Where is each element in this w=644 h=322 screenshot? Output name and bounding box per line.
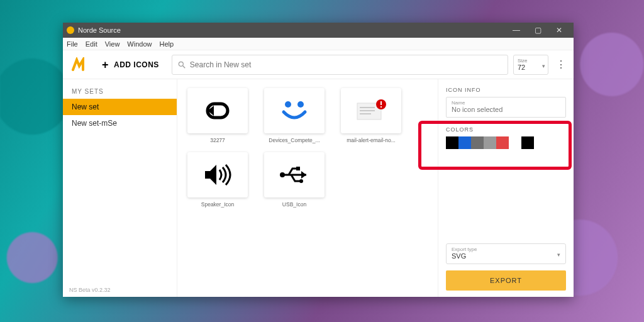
size-label: Size bbox=[518, 58, 544, 64]
color-swatch[interactable] bbox=[521, 136, 534, 149]
close-button[interactable]: ✕ bbox=[548, 26, 570, 35]
menu-view[interactable]: View bbox=[105, 40, 120, 48]
info-panel: ICON INFO Name No icon selected COLORS E… bbox=[438, 79, 574, 297]
colors-heading: COLORS bbox=[446, 126, 566, 133]
usb-icon bbox=[279, 165, 310, 185]
maximize-button[interactable]: ▢ bbox=[527, 26, 548, 35]
chevron-down-icon: ▾ bbox=[542, 63, 545, 69]
overflow-menu-button[interactable]: ⋮ bbox=[553, 58, 569, 70]
version-label: NS Beta v0.2.32 bbox=[63, 283, 177, 297]
titlebar: Norde Source — ▢ ✕ bbox=[63, 23, 574, 38]
window-title: Norde Source bbox=[78, 26, 121, 34]
mail-alert-icon bbox=[353, 98, 389, 123]
icon-grid: 32277 Devices_Compete_... bbox=[177, 79, 438, 297]
menu-window[interactable]: Window bbox=[127, 40, 152, 48]
search-input[interactable] bbox=[190, 60, 502, 69]
svg-rect-17 bbox=[296, 167, 300, 170]
smile-icon bbox=[279, 98, 310, 123]
icon-tile-speaker[interactable] bbox=[187, 152, 248, 197]
menu-file[interactable]: File bbox=[67, 40, 78, 48]
svg-rect-11 bbox=[380, 101, 382, 105]
color-swatch[interactable] bbox=[458, 136, 471, 149]
color-swatch bbox=[509, 136, 521, 149]
icon-caption: Devices_Compete_... bbox=[269, 137, 319, 143]
color-swatch[interactable] bbox=[446, 136, 458, 149]
icon-info-heading: ICON INFO bbox=[446, 87, 566, 93]
svg-point-18 bbox=[299, 179, 303, 183]
icon-tile-devices[interactable] bbox=[264, 88, 325, 133]
search-icon bbox=[177, 60, 186, 69]
color-swatch[interactable] bbox=[484, 136, 496, 149]
reload-icon bbox=[204, 100, 231, 121]
menubar: File Edit View Window Help bbox=[63, 38, 574, 50]
menu-edit[interactable]: Edit bbox=[86, 40, 97, 48]
brand-icon bbox=[70, 57, 86, 72]
add-icons-button[interactable]: + ADD ICONS bbox=[94, 55, 167, 75]
color-swatch[interactable] bbox=[496, 136, 509, 149]
svg-line-1 bbox=[183, 65, 186, 68]
svg-point-5 bbox=[297, 101, 304, 108]
icon-tile-usb[interactable] bbox=[264, 152, 325, 197]
export-button[interactable]: EXPORT bbox=[446, 270, 566, 291]
plus-icon: + bbox=[102, 59, 109, 70]
icon-caption: mail-alert-email-no... bbox=[347, 137, 395, 143]
color-swatches bbox=[446, 136, 566, 149]
color-swatch[interactable] bbox=[471, 136, 484, 149]
svg-rect-12 bbox=[380, 106, 382, 108]
icon-tile-mail-alert[interactable] bbox=[341, 88, 401, 133]
export-type-dropdown[interactable]: Export type SVG ▾ bbox=[446, 243, 566, 264]
svg-point-0 bbox=[179, 62, 183, 66]
menu-help[interactable]: Help bbox=[159, 40, 174, 48]
sidebar-item-new-set-mse[interactable]: New set-mSe bbox=[63, 115, 177, 131]
app-window: Norde Source — ▢ ✕ File Edit View Window… bbox=[63, 23, 574, 297]
minimize-button[interactable]: — bbox=[506, 26, 527, 35]
app-logo-icon bbox=[67, 26, 74, 34]
sidebar-heading: MY SETS bbox=[63, 79, 177, 99]
sidebar-item-new-set[interactable]: New set bbox=[63, 99, 177, 115]
svg-marker-16 bbox=[301, 171, 306, 179]
svg-marker-13 bbox=[205, 165, 216, 185]
icon-caption: USB_Icon bbox=[282, 201, 306, 208]
content-area: MY SETS New set New set-mSe NS Beta v0.2… bbox=[63, 79, 574, 297]
icon-card: mail-alert-email-no... bbox=[337, 88, 405, 143]
search-field[interactable] bbox=[172, 55, 508, 75]
icon-card: Devices_Compete_... bbox=[260, 88, 328, 143]
sidebar: MY SETS New set New set-mSe NS Beta v0.2… bbox=[63, 79, 177, 297]
size-value: 72 bbox=[518, 64, 544, 71]
icon-caption: 32277 bbox=[210, 137, 225, 143]
icon-caption: Speaker_Icon bbox=[201, 201, 234, 208]
icon-card: USB_Icon bbox=[260, 152, 328, 208]
svg-point-4 bbox=[285, 101, 291, 108]
name-label: Name bbox=[452, 100, 560, 106]
icon-tile-32277[interactable] bbox=[187, 88, 248, 133]
export-type-value: SVG bbox=[452, 252, 560, 260]
icon-card: 32277 bbox=[184, 88, 252, 143]
icon-card: Speaker_Icon bbox=[184, 152, 252, 208]
icon-name-field[interactable]: Name No icon selected bbox=[446, 97, 566, 118]
add-icons-label: ADD ICONS bbox=[114, 60, 159, 69]
chevron-down-icon: ▾ bbox=[557, 252, 560, 258]
speaker-icon bbox=[203, 162, 233, 187]
export-type-label: Export type bbox=[452, 247, 560, 252]
size-dropdown[interactable]: Size 72 ▾ bbox=[513, 55, 548, 75]
toolbar: + ADD ICONS Size 72 ▾ ⋮ bbox=[63, 50, 574, 79]
name-value: No icon selected bbox=[452, 106, 560, 113]
